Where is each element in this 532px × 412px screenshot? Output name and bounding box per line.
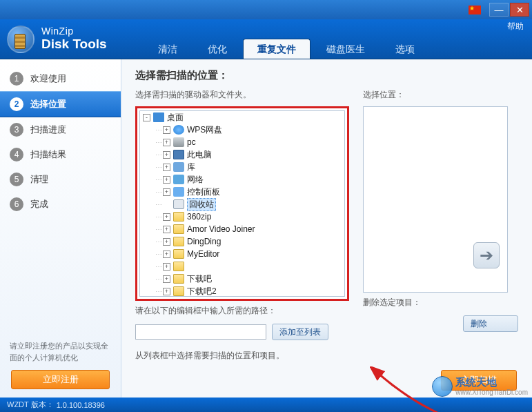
close-button[interactable]: ✕ <box>510 3 529 17</box>
main-tabs: 清洁优化重复文件磁盘医生选项 <box>144 19 431 59</box>
tree-node[interactable]: ⋯+DingDing <box>140 235 344 248</box>
tab-3[interactable]: 磁盘医生 <box>312 39 380 59</box>
tree-node[interactable]: ⋯+360zip <box>140 210 344 223</box>
tree-node[interactable]: ⋯+此电脑 <box>140 148 344 161</box>
step-label: 扫描结果 <box>30 148 66 161</box>
expander-icon[interactable]: + <box>163 164 170 171</box>
wizard-step-4[interactable]: 4扫描结果 <box>0 142 121 167</box>
wizard-step-1[interactable]: 1欢迎使用 <box>0 66 121 91</box>
help-link[interactable]: 帮助 <box>507 21 524 32</box>
selected-label: 选择位置： <box>363 89 518 101</box>
wizard-step-5[interactable]: 5清理 <box>0 167 121 192</box>
expander-icon[interactable]: + <box>163 238 170 246</box>
tree-node-label: WPS网盘 <box>187 124 222 136</box>
tree-node[interactable]: ⋯+Amor Video Joiner <box>140 223 344 235</box>
step-badge: 6 <box>10 197 23 211</box>
expander-icon[interactable]: + <box>163 226 170 233</box>
expander-icon[interactable]: + <box>163 263 170 271</box>
tab-2[interactable]: 重复文件 <box>243 39 311 59</box>
watermark-title: 系统天地 <box>455 377 528 389</box>
expander-icon[interactable]: + <box>163 213 170 221</box>
tree-node-label: 下载吧2 <box>187 286 217 297</box>
tree-node-label: 库 <box>187 161 195 173</box>
page-heading: 选择需扫描的位置： <box>135 69 518 82</box>
tree-node[interactable]: ⋯+控制面板 <box>140 186 344 198</box>
tree-node[interactable]: ⋯回收站 <box>140 198 344 210</box>
cloud-icon <box>173 125 184 135</box>
register-button[interactable]: 立即注册 <box>11 370 110 389</box>
step-badge: 4 <box>10 148 23 161</box>
expander-icon[interactable]: + <box>163 251 170 258</box>
expander-icon[interactable]: - <box>143 114 150 121</box>
minimize-button[interactable]: — <box>489 3 509 17</box>
folder-tree[interactable]: -桌面⋯+WPS网盘⋯+pc⋯+此电脑⋯+库⋯+网络⋯+控制面板⋯回收站⋯+36… <box>139 110 345 297</box>
expander-icon[interactable]: + <box>163 176 170 184</box>
pc-icon <box>173 137 184 147</box>
thispc-icon <box>173 150 184 159</box>
wizard-step-2[interactable]: 2选择位置 <box>0 91 121 117</box>
tree-node[interactable]: ⋯+库 <box>140 161 344 173</box>
watermark-icon <box>432 376 453 397</box>
step-label: 完成 <box>30 198 48 210</box>
tree-node[interactable]: -桌面 <box>140 111 344 124</box>
tree-node[interactable]: ⋯+WPS网盘 <box>140 124 344 136</box>
step-label: 扫描进度 <box>30 124 66 136</box>
wizard-step-6[interactable]: 6完成 <box>0 192 121 217</box>
add-to-list-button[interactable]: 添加至列表 <box>272 324 328 340</box>
main-panel: 选择需扫描的位置： 选择需扫描的驱动器和文件夹。 -桌面⋯+WPS网盘⋯+pc⋯… <box>121 59 532 398</box>
expander-icon[interactable]: + <box>163 275 170 283</box>
tree-node-label: 下载吧 <box>187 273 212 285</box>
expander-icon[interactable]: + <box>163 126 170 134</box>
step-badge: 3 <box>10 123 23 137</box>
expander-icon[interactable]: + <box>163 139 170 146</box>
tree-node[interactable]: ⋯+网络 <box>140 173 344 186</box>
watermark-url: www.XiTongTianDi.com <box>455 389 528 396</box>
expander-icon[interactable]: + <box>163 151 170 159</box>
tree-node[interactable]: ⋯+MyEditor <box>140 248 344 260</box>
sub-instruction: 选择需扫描的驱动器和文件夹。 <box>135 89 349 101</box>
step-label: 选择位置 <box>30 98 66 110</box>
tree-node[interactable]: ⋯+ <box>140 260 344 273</box>
folder-icon <box>173 212 184 222</box>
folder-icon <box>173 274 184 284</box>
tab-1[interactable]: 优化 <box>193 39 242 59</box>
path-note: 请在以下的编辑框中输入所需的路径： <box>135 305 349 317</box>
tab-4[interactable]: 选项 <box>381 39 429 59</box>
folder-icon <box>173 286 184 296</box>
tree-node-label: pc <box>187 137 196 147</box>
watermark: 系统天地 www.XiTongTianDi.com <box>432 376 528 397</box>
wizard-step-3[interactable]: 3扫描进度 <box>0 117 121 142</box>
folder-icon <box>173 237 184 246</box>
step-label: 清理 <box>30 173 48 186</box>
tree-node[interactable]: ⋯+pc <box>140 136 344 148</box>
lang-flag-icon[interactable] <box>469 6 481 14</box>
wizard-sidebar: 1欢迎使用2选择位置3扫描进度4扫描结果5清理6完成 请立即注册您的产品以实现全… <box>0 59 121 398</box>
app-header: WinZip Disk Tools 清洁优化重复文件磁盘医生选项 帮助 <box>0 19 532 59</box>
brand-area: WinZip Disk Tools <box>0 26 130 53</box>
tree-node-label: 回收站 <box>187 198 216 211</box>
register-note: 请立即注册您的产品以实现全面的个人计算机优化 <box>0 340 121 370</box>
path-input[interactable] <box>135 324 266 340</box>
tab-0[interactable]: 清洁 <box>144 39 192 59</box>
lib-icon <box>173 162 184 172</box>
folder-icon <box>173 249 184 259</box>
tree-node-label: Amor Video Joiner <box>187 224 255 234</box>
net-icon <box>173 175 184 184</box>
brand-text: WinZip Disk Tools <box>41 26 107 51</box>
delete-label: 删除选定项目： <box>363 297 518 308</box>
tree-node[interactable]: ⋯+下载吧 <box>140 273 344 285</box>
step-badge: 2 <box>10 97 23 111</box>
expander-icon[interactable]: + <box>163 188 170 196</box>
step-label: 欢迎使用 <box>30 72 66 85</box>
add-arrow-button[interactable]: ➔ <box>473 242 500 268</box>
brand-line2: Disk Tools <box>41 37 107 52</box>
expander-icon[interactable]: + <box>163 288 170 295</box>
delete-button[interactable]: 删除 <box>463 315 518 332</box>
folder-icon <box>173 262 184 271</box>
tree-highlight-box: -桌面⋯+WPS网盘⋯+pc⋯+此电脑⋯+库⋯+网络⋯+控制面板⋯回收站⋯+36… <box>135 106 349 301</box>
brand-line1: WinZip <box>41 26 107 37</box>
desktop-icon <box>153 112 164 122</box>
tree-node-label: 桌面 <box>167 112 184 124</box>
tree-node[interactable]: ⋯+下载吧2 <box>140 285 344 297</box>
tree-node-label: DingDing <box>187 237 221 246</box>
